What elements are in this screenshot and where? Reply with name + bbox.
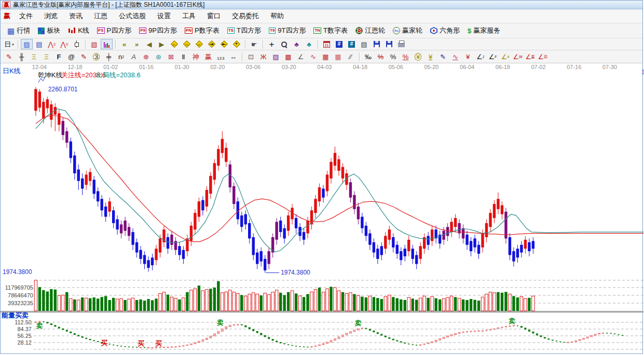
scroll-right-icon[interactable]: → (181, 39, 193, 49)
9t-square-button[interactable]: T99T四方形 (266, 25, 310, 36)
export-icon[interactable] (383, 39, 395, 49)
trend-angle-icon[interactable]: ∠ (295, 51, 307, 62)
calendar-icon[interactable]: 21 (321, 39, 333, 49)
qiankun-pattern-icon[interactable]: ▧ (88, 39, 100, 49)
menu-item-browse[interactable]: 浏览 (38, 11, 63, 21)
pattern-zone-icon[interactable]: ▨ (21, 39, 33, 49)
gold-lines-icon[interactable]: ¥ (424, 51, 436, 62)
angle-j-icon[interactable]: ∠J (474, 51, 486, 62)
angle-gold-icon[interactable]: ∠¥ (499, 51, 511, 62)
zigzag-icon[interactable]: ∿ (307, 51, 319, 62)
ying-ruler-icon[interactable]: 赢 (202, 51, 214, 62)
svg-text:卖: 卖 (36, 322, 43, 330)
t-table-button[interactable]: TNT数字表 (311, 25, 352, 36)
parallel-lines-icon[interactable]: ⁄⁄ (345, 51, 357, 62)
percent-scale-icon[interactable]: ‰ (362, 51, 374, 62)
hexagon-button[interactable]: 六角形 (428, 25, 464, 36)
scroll-left-icon[interactable]: ← (168, 39, 180, 49)
info-doc-icon[interactable]: ▤ (33, 39, 45, 49)
menu-item-news[interactable]: 资讯 (63, 11, 88, 21)
go-next-icon[interactable]: ▶ (156, 39, 168, 49)
chart-area[interactable]: 12-0412-1801-0201-1601-3002-2003-0603-20… (1, 63, 642, 352)
gold-circle-icon[interactable]: ¥ (412, 51, 424, 62)
draw-pencil-icon[interactable]: ✎ (3, 51, 15, 62)
color-volume-icon[interactable] (101, 39, 113, 49)
gann-tool-teal-icon[interactable]: ♣ (303, 39, 315, 49)
notes-icon[interactable]: ▤ (358, 39, 370, 49)
angle-si-icon[interactable]: ∠四 (537, 51, 549, 62)
menu-item-formula-stock-pick[interactable]: 公式选股 (113, 11, 152, 21)
expand-x-icon[interactable]: ↔ (193, 39, 205, 49)
gann-tool-purple-icon[interactable]: ♣ (291, 39, 303, 49)
candle-style-dropdown[interactable]: ▾ (71, 39, 83, 49)
menu-item-tools[interactable]: 工具 (176, 11, 201, 21)
wave-levels-icon[interactable]: ∿ (449, 51, 461, 62)
angle-shen-icon[interactable]: ∠神 (512, 51, 524, 62)
p-table-button[interactable]: PNP数字表 (182, 25, 224, 36)
calculator-icon[interactable]: # (333, 39, 345, 49)
fit-x-icon[interactable]: ⇤ (218, 39, 230, 49)
zoom-tool-icon[interactable] (278, 39, 290, 49)
web-box-icon[interactable]: ⊠ (165, 51, 177, 62)
compress-x-icon[interactable]: ⇥ (205, 39, 217, 49)
grid-red1-icon[interactable]: ▦ (320, 51, 332, 62)
select-box-icon[interactable]: ⊡ (245, 51, 257, 62)
width-measure-icon[interactable]: ↔ (227, 51, 239, 62)
percent-icon[interactable]: % (387, 51, 399, 62)
menu-item-file[interactable]: 文件 (13, 11, 38, 21)
reset-view-icon[interactable]: * (230, 39, 242, 49)
quotes-button[interactable]: ▦行情 (5, 25, 34, 36)
spiral-icon[interactable]: @ (65, 51, 77, 62)
gann-ruler-icon[interactable]: ╫ (16, 51, 28, 62)
n-square-icon[interactable]: n2 (115, 51, 127, 62)
box-hatch-icon[interactable]: ▩ (282, 51, 294, 62)
kline-button[interactable]: K线 (65, 25, 93, 36)
gold-band-icon[interactable]: ¥ (462, 51, 474, 62)
menu-item-trade-order[interactable]: 交易委托 (226, 11, 265, 21)
calculator2-icon[interactable]: # (346, 39, 358, 49)
menu-item-window[interactable]: 窗口 (201, 11, 226, 21)
print-icon[interactable] (395, 39, 407, 49)
9p-square-button[interactable]: P99P四方形 (136, 25, 181, 36)
ink-pen-icon[interactable]: ✎ (437, 51, 449, 62)
box-rays-icon[interactable]: ▨ (270, 51, 282, 62)
winner-wheel-button[interactable]: Big赢家轮 (390, 25, 427, 36)
menu-item-gann[interactable]: 江恩 (88, 11, 113, 21)
gold-ratio1-icon[interactable]: Ξ (28, 51, 40, 62)
go-last-icon[interactable]: » (131, 39, 143, 49)
gann-wheel-button[interactable]: 江恩轮 (353, 25, 389, 36)
wave-3-icon[interactable]: ⋀3 (46, 39, 58, 49)
wave-9-icon[interactable]: ⋀9 (58, 39, 70, 49)
menu-item-settings[interactable]: 设置 (152, 11, 176, 21)
save-icon[interactable] (371, 39, 382, 49)
period-day-dropdown[interactable]: 日▾ (3, 39, 15, 49)
grid-red2-icon[interactable]: ▦ (332, 51, 344, 62)
spider-web-icon[interactable]: ⊛ (153, 51, 165, 62)
go-first-icon[interactable]: « (118, 39, 130, 49)
circle-cross-icon[interactable]: ⊕ (140, 51, 152, 62)
shen-ruler-icon[interactable]: 神 (190, 51, 202, 62)
sectors-button[interactable]: 板块 (35, 25, 64, 36)
angle-f-icon[interactable]: ∠F (487, 51, 499, 62)
ruler-123-icon[interactable]: ₁₂₃ (215, 51, 227, 62)
hand-tool-icon[interactable]: ☛ (248, 39, 260, 49)
crosshair-icon[interactable]: + (266, 39, 278, 49)
fan-lines-icon[interactable]: Ж (257, 51, 269, 62)
winner-service-button[interactable]: $赢家服务 (465, 25, 504, 36)
menu-item-help[interactable]: 帮助 (265, 11, 290, 21)
gold-ratio2-icon[interactable]: Ξ (40, 51, 52, 62)
circle3-icon[interactable]: 3 (90, 51, 102, 62)
p-square-button[interactable]: PSP四方形 (94, 25, 135, 36)
pane-separator[interactable] (1, 311, 643, 312)
pencil2-icon[interactable]: ✎ (78, 51, 90, 62)
mirror-a-icon[interactable]: A (128, 51, 140, 62)
go-prev-icon[interactable]: ◀ (143, 39, 155, 49)
ruler2-icon[interactable]: ╪ (103, 51, 115, 62)
quote-marks-icon[interactable]: Ⅱ (177, 51, 189, 62)
angle-ying-icon[interactable]: ∠赢 (524, 51, 536, 62)
f-ruler-icon[interactable]: F (53, 51, 65, 62)
kline-chart-svg[interactable]: 12-0412-1801-0201-1601-3002-2003-0603-20… (1, 63, 643, 352)
t-square-button[interactable]: TST四方形 (225, 25, 265, 36)
percent-line-icon[interactable]: % (400, 51, 412, 62)
percent-strike-icon[interactable]: % (375, 51, 387, 62)
